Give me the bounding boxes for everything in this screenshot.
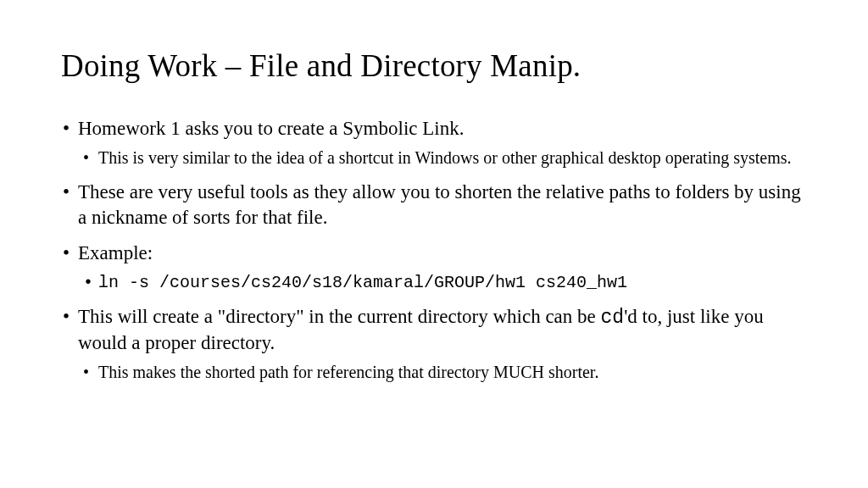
bullet-item: These are very useful tools as they allo… [61, 180, 807, 230]
bullet-item: This will create a "directory" in the cu… [61, 304, 807, 385]
slide-title: Doing Work – File and Directory Manip. [61, 47, 807, 84]
sub-bullet-list: This makes the shorted path for referenc… [78, 361, 807, 384]
bullet-text: Homework 1 asks you to create a Symbolic… [78, 118, 464, 139]
sub-bullet-item: This makes the shorted path for referenc… [78, 361, 807, 384]
bullet-text: Example: [78, 242, 153, 263]
inline-code: cd [601, 307, 625, 329]
sub-bullet-item: This is very similar to the idea of a sh… [78, 147, 807, 169]
bullet-text-pre: This will create a "directory" in the cu… [78, 306, 601, 327]
sub-bullet-list: ln -s /courses/cs240/s18/kamaral/GROUP/h… [78, 271, 807, 294]
bullet-list: Homework 1 asks you to create a Symbolic… [61, 116, 807, 384]
bullet-item: Homework 1 asks you to create a Symbolic… [61, 116, 807, 169]
bullet-item: Example: ln -s /courses/cs240/s18/kamara… [61, 241, 807, 294]
sub-bullet-list: This is very similar to the idea of a sh… [78, 147, 807, 169]
sub-bullet-item: ln -s /courses/cs240/s18/kamaral/GROUP/h… [78, 271, 807, 294]
